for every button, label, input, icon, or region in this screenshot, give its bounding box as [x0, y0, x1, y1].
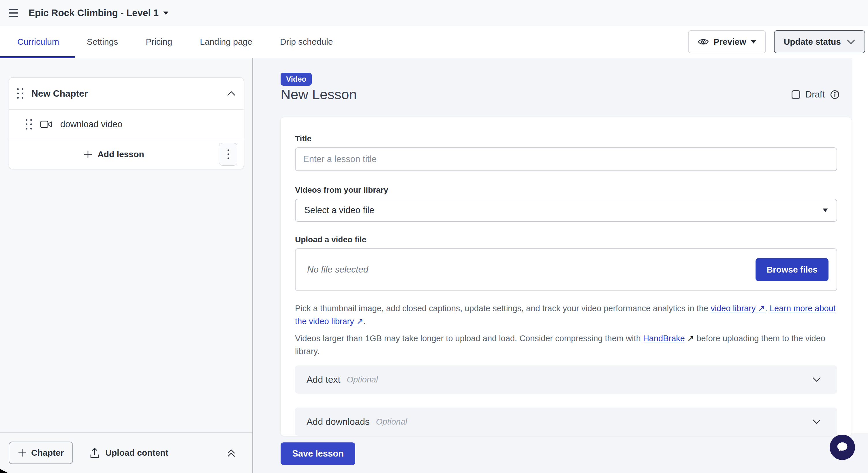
sidebar-footer: Chapter Upload content	[0, 432, 252, 473]
tab-pricing[interactable]: Pricing	[132, 37, 186, 47]
external-link-icon: ↗	[356, 317, 363, 326]
chevron-up-icon[interactable]	[227, 91, 236, 96]
drag-handle-icon[interactable]	[17, 88, 23, 99]
file-upload-box: No file selected Browse files	[295, 248, 837, 291]
page-title: New Lesson	[281, 87, 357, 102]
upload-content-label: Upload content	[105, 448, 168, 458]
chevron-down-icon	[163, 11, 168, 15]
draft-checkbox[interactable]	[792, 90, 800, 99]
kebab-menu-icon	[227, 149, 229, 151]
update-status-label: Update status	[784, 37, 841, 47]
tab-settings[interactable]: Settings	[73, 37, 132, 47]
add-text-label: Add text	[307, 374, 340, 385]
external-link-icon: ↗	[758, 304, 765, 313]
chevron-down-icon	[812, 419, 821, 424]
tab-list: Curriculum Settings Pricing Landing page…	[0, 26, 347, 58]
add-chapter-label: Chapter	[31, 448, 64, 458]
select-caret-icon	[823, 209, 828, 212]
draft-toggle: Draft	[792, 89, 840, 100]
chapter-header[interactable]: New Chapter	[9, 77, 244, 109]
library-label: Videos from your library	[295, 185, 837, 195]
add-lesson-button[interactable]: Add lesson	[9, 149, 219, 159]
upload-icon	[89, 447, 100, 459]
chevron-down-icon	[812, 377, 821, 382]
drag-handle-icon[interactable]	[26, 119, 32, 129]
plus-icon	[18, 448, 27, 457]
add-chapter-button[interactable]: Chapter	[9, 442, 73, 464]
lesson-row[interactable]: download video	[9, 109, 244, 139]
no-file-text: No file selected	[307, 264, 368, 275]
upload-label: Upload a video file	[295, 235, 837, 244]
chat-icon	[835, 440, 850, 455]
preview-label: Preview	[713, 37, 746, 47]
add-downloads-section[interactable]: Add downloads Optional	[295, 408, 837, 436]
preview-button[interactable]: Preview	[688, 30, 766, 53]
lesson-editor: Video New Lesson Draft Title Videos from…	[254, 58, 868, 473]
help-text-1: Pick a thumbnail image, add closed capti…	[295, 302, 837, 328]
lesson-type-badge: Video	[281, 73, 312, 86]
course-title: Epic Rock Climbing - Level 1	[29, 7, 159, 19]
add-downloads-label: Add downloads	[307, 416, 370, 427]
lesson-form-card: Title Videos from your library Select a …	[281, 117, 851, 436]
update-status-button[interactable]: Update status	[774, 30, 865, 53]
plus-icon	[84, 150, 92, 159]
video-select-value: Select a video file	[304, 205, 374, 216]
eye-icon	[698, 37, 709, 46]
save-lesson-button[interactable]: Save lesson	[281, 442, 355, 465]
course-switcher[interactable]: Epic Rock Climbing - Level 1	[29, 7, 168, 19]
add-lesson-label: Add lesson	[97, 149, 144, 159]
browse-files-button[interactable]: Browse files	[755, 258, 829, 281]
lesson-title: download video	[60, 119, 122, 129]
chapter-menu-button[interactable]	[219, 143, 237, 165]
video-camera-icon	[40, 120, 52, 129]
optional-label: Optional	[376, 417, 407, 427]
video-library-link[interactable]: video library ↗	[711, 304, 765, 313]
double-chevron-up-icon[interactable]	[226, 448, 236, 458]
title-label: Title	[295, 134, 837, 143]
add-text-section[interactable]: Add text Optional	[295, 366, 837, 394]
topbar: Epic Rock Climbing - Level 1	[0, 0, 868, 26]
tabbar: Curriculum Settings Pricing Landing page…	[0, 26, 868, 58]
hamburger-menu-icon[interactable]	[9, 9, 18, 17]
optional-label: Optional	[347, 375, 378, 384]
handbrake-link[interactable]: HandBrake	[643, 334, 685, 343]
title-input[interactable]	[295, 147, 837, 171]
info-icon[interactable]	[830, 90, 840, 99]
draft-label: Draft	[805, 89, 825, 100]
tab-curriculum[interactable]: Curriculum	[0, 37, 73, 47]
chevron-down-icon	[847, 39, 855, 44]
chapter-title: New Chapter	[31, 88, 88, 99]
upload-content-button[interactable]: Upload content	[89, 447, 168, 459]
external-link-icon: ↗	[687, 334, 694, 343]
help-text-2: Videos larger than 1GB may take longer t…	[295, 332, 837, 358]
header-actions: Preview Update status	[688, 30, 865, 53]
chapter-card: New Chapter download video Add lesson	[9, 77, 244, 169]
chat-bubble-button[interactable]	[830, 435, 855, 460]
scrollbar-gutter	[852, 58, 868, 433]
tab-drip-schedule[interactable]: Drip schedule	[266, 37, 347, 47]
video-select[interactable]: Select a video file	[295, 199, 837, 222]
tab-landing-page[interactable]: Landing page	[186, 37, 266, 47]
chapter-footer: Add lesson	[9, 139, 244, 169]
caret-down-icon	[751, 40, 756, 43]
curriculum-sidebar: New Chapter download video Add lesson	[0, 58, 253, 473]
active-tab-indicator	[0, 56, 75, 58]
